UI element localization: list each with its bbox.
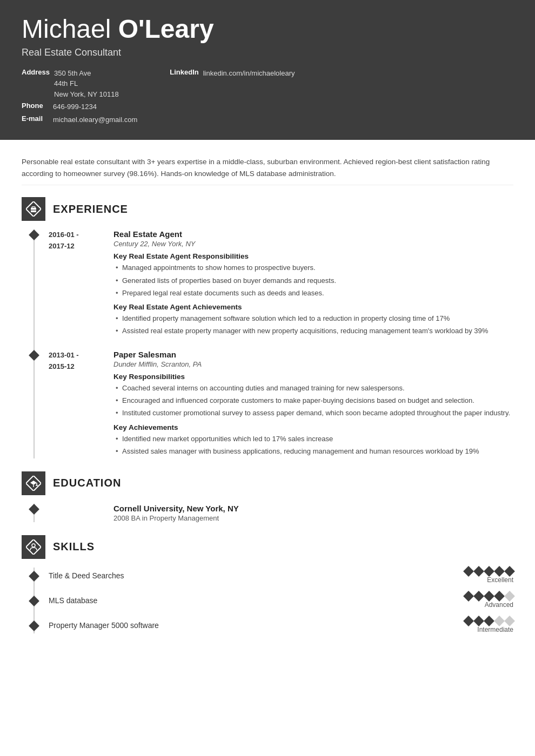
skill-level-1: Excellent: [487, 576, 513, 584]
experience-timeline: 2016-01 - 2017-12 Real Estate Agent Cent…: [34, 230, 513, 458]
ach-list-1: Identified property management software …: [113, 313, 513, 336]
skill-item-2: MLS database Advanced: [35, 592, 513, 609]
resume-body: Personable real estate consultant with 3…: [0, 140, 535, 657]
skill-name-2: MLS database: [49, 596, 157, 605]
resp-list-2: Coached several interns on accounting du…: [113, 383, 513, 418]
experience-title: EXPERIENCE: [53, 203, 128, 215]
linkedin-value: linkedin.com/in/michaeloleary: [203, 68, 295, 79]
skill-item-1: Title & Deed Searches Excellent: [35, 568, 513, 584]
dot-1-3: [484, 566, 494, 577]
job-content-2: Paper Salesman Dunder Mifflin, Scranton,…: [113, 350, 513, 458]
ach-item-1-2: Assisted real estate property manager wi…: [113, 326, 513, 336]
email-label: E-mail: [22, 114, 49, 123]
dot-2-4: [494, 591, 505, 602]
education-timeline: Cornell University, New York, NY 2008 BA…: [34, 504, 513, 522]
skill-bullet-2: [29, 596, 39, 606]
skill-rating-2: Advanced: [465, 592, 513, 609]
ach-item-2-2: Assisted sales manager with business app…: [113, 446, 513, 457]
skills-title: SKILLS: [53, 541, 95, 553]
skill-rating-3: Intermediate: [465, 617, 513, 633]
resp-item-2-1: Coached several interns on accounting du…: [113, 383, 513, 394]
phone-row: Phone 646-999-1234: [22, 102, 137, 112]
edu-institution-1: Cornell University, New York, NY: [113, 504, 513, 513]
svg-rect-2: [32, 207, 35, 208]
job-company-2: Dunder Mifflin, Scranton, PA: [113, 360, 513, 368]
skill-row-2: MLS database Advanced: [49, 592, 513, 609]
candidate-name: Michael O'Leary: [22, 15, 513, 44]
resp-item-1-3: Prepared legal real estate documents suc…: [113, 288, 513, 299]
phone-label: Phone: [22, 102, 49, 110]
job-item-2: 2013-01 - 2015-12 Paper Salesman Dunder …: [35, 350, 513, 458]
briefcase-icon: [26, 201, 41, 217]
education-title: EDUCATION: [53, 477, 121, 489]
skill-level-3: Intermediate: [477, 626, 513, 633]
job-title-2: Paper Salesman: [113, 350, 513, 359]
ach-title-2: Key Achievements: [113, 423, 513, 431]
skills-timeline: Title & Deed Searches Excellent: [34, 568, 513, 633]
skills-section: SKILLS Title & Deed Searches: [22, 535, 513, 633]
skills-icon-box: [22, 535, 45, 559]
resp-title-1: Key Real Estate Agent Responsibilities: [113, 252, 513, 260]
address-value: 350 5th Ave44th FLNew York, NY 10118: [54, 68, 119, 100]
graduation-icon: [26, 476, 41, 491]
job-company-1: Century 22, New York, NY: [113, 240, 513, 248]
dot-3-4: [494, 616, 505, 626]
skill-name-1: Title & Deed Searches: [49, 571, 157, 580]
education-section: EDUCATION Cornell University, New York, …: [22, 471, 513, 522]
job-content-1: Real Estate Agent Century 22, New York, …: [113, 230, 513, 338]
skill-dots-3: [465, 617, 513, 625]
candidate-title: Real Estate Consultant: [22, 47, 513, 58]
ach-item-1-1: Identified property management software …: [113, 313, 513, 324]
job-title-1: Real Estate Agent: [113, 230, 513, 239]
email-row: E-mail michael.oleary@gmail.com: [22, 114, 137, 125]
dot-1-4: [494, 566, 505, 577]
first-name: Michael: [22, 15, 118, 43]
dot-1-1: [463, 566, 474, 577]
resp-item-1-1: Managed appointments to show homes to pr…: [113, 262, 513, 273]
education-icon-box: [22, 471, 45, 495]
resp-item-2-2: Encouraged and influenced corporate cust…: [113, 395, 513, 406]
dot-3-1: [463, 616, 474, 626]
ach-title-1: Key Real Estate Agent Achievements: [113, 303, 513, 311]
ach-list-2: Identified new market opportunities whic…: [113, 434, 513, 457]
dot-3-2: [473, 616, 484, 626]
contact-section: Address 350 5th Ave44th FLNew York, NY 1…: [22, 68, 513, 127]
skills-header: SKILLS: [22, 535, 513, 559]
summary-section: Personable real estate consultant with 3…: [22, 151, 513, 185]
experience-section: EXPERIENCE 2016-01 - 2017-12 Real Estate…: [22, 197, 513, 458]
job-bullet-1: [29, 230, 39, 241]
skills-icon: [26, 539, 41, 555]
skill-rating-1: Excellent: [465, 568, 513, 584]
skill-dots-2: [465, 592, 513, 600]
linkedin-row: LinkedIn linkedin.com/in/michaeloleary: [170, 68, 295, 79]
skill-row-3: Property Manager 5000 software Intermedi…: [49, 617, 513, 633]
linkedin-label: LinkedIn: [170, 68, 198, 76]
last-name: O'Leary: [118, 15, 214, 43]
skill-bullet-1: [29, 571, 39, 582]
skill-level-2: Advanced: [485, 601, 513, 609]
contact-right: LinkedIn linkedin.com/in/michaeloleary: [170, 68, 295, 127]
resp-title-2: Key Responsibilities: [113, 373, 513, 381]
edu-content-1: Cornell University, New York, NY 2008 BA…: [113, 504, 513, 522]
dot-3-5: [504, 616, 515, 626]
experience-icon-box: [22, 197, 45, 221]
dot-2-3: [484, 591, 494, 602]
dot-2-2: [473, 591, 484, 602]
svg-marker-5: [30, 481, 37, 485]
edu-dates-placeholder: [49, 504, 103, 522]
job-dates-2: 2013-01 - 2015-12: [49, 350, 103, 458]
experience-header: EXPERIENCE: [22, 197, 513, 221]
edu-bullet-1: [29, 504, 39, 515]
dot-2-1: [463, 591, 474, 602]
svg-point-10: [32, 544, 35, 547]
edu-item-1: Cornell University, New York, NY 2008 BA…: [35, 504, 513, 522]
dot-2-5: [504, 591, 515, 602]
phone-value: 646-999-1234: [53, 102, 97, 112]
job-dates-1: 2016-01 - 2017-12: [49, 230, 103, 338]
resp-item-2-3: Instituted customer promotional survey t…: [113, 408, 513, 418]
address-label: Address: [22, 68, 50, 76]
education-header: EDUCATION: [22, 471, 513, 495]
address-row: Address 350 5th Ave44th FLNew York, NY 1…: [22, 68, 137, 100]
ach-item-2-1: Identified new market opportunities whic…: [113, 434, 513, 444]
skill-name-3: Property Manager 5000 software: [49, 621, 159, 630]
